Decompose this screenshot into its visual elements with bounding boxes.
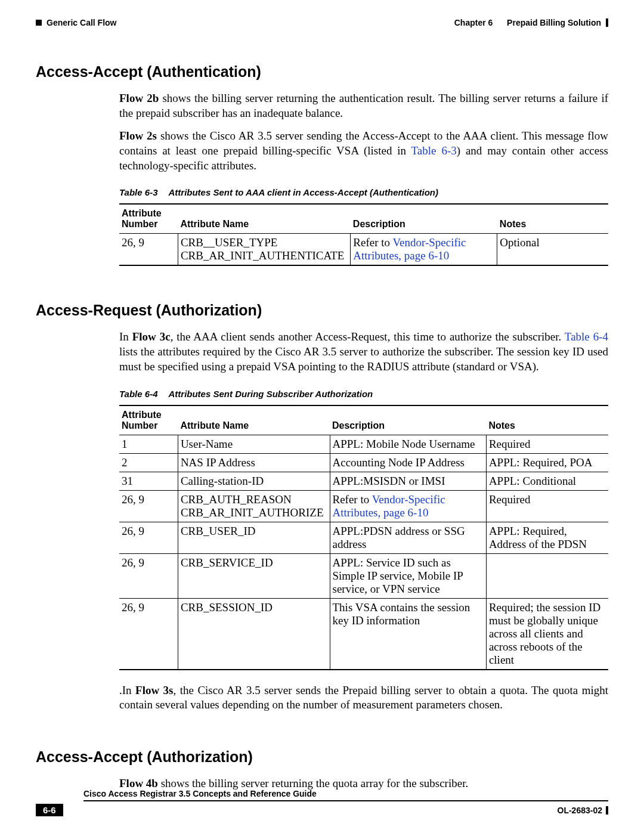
footer-doc-title: Cisco Access Registrar 3.5 Concepts and … (83, 789, 608, 801)
col-header: Description (351, 204, 497, 234)
table-row: 26, 9 CRB_USER_ID APPL:PDSN address or S… (119, 522, 608, 553)
header-section: Generic Call Flow (47, 18, 116, 27)
header-chapter: Chapter 6 (454, 18, 493, 27)
doc-id: OL-2683-02 (558, 806, 602, 815)
flow-label: Flow 2s (119, 129, 157, 142)
paragraph: In Flow 3c, the AAA client sends another… (119, 330, 608, 374)
table-row: 1 User-Name APPL: Mobile Node Username R… (119, 435, 608, 453)
section-heading-access-request-authz: Access-Request (Authorization) (36, 302, 608, 319)
page-header: Generic Call Flow Chapter 6 Prepaid Bill… (36, 18, 608, 27)
table-ref-link[interactable]: Table 6-3 (411, 144, 457, 157)
col-header: Attribute Name (178, 204, 350, 234)
paragraph: .In Flow 3s, the Cisco AR 3.5 server sen… (119, 683, 608, 713)
flow-label: Flow 3c (132, 330, 171, 343)
section-heading-access-accept-authz: Access-Accept (Authorization) (36, 748, 608, 766)
flow-label: Flow 3s (135, 684, 173, 696)
table-row: 2 NAS IP Address Accounting Node IP Addr… (119, 453, 608, 472)
page-number: 6-6 (36, 804, 63, 816)
table-row: 26, 9 CRB_SERVICE_ID APPL: Service ID su… (119, 553, 608, 598)
col-header: AttributeNumber (119, 405, 178, 435)
table-row: 26, 9 CRB__USER_TYPECRB_AR_INIT_AUTHENTI… (119, 234, 608, 266)
table-ref-link[interactable]: Table 6-4 (565, 330, 608, 343)
col-header: Attribute Name (178, 405, 330, 435)
page-footer: Cisco Access Registrar 3.5 Concepts and … (36, 789, 608, 816)
header-mark-icon (36, 20, 42, 26)
table-6-3: AttributeNumber Attribute Name Descripti… (119, 203, 608, 266)
col-header: Notes (486, 405, 608, 435)
table-6-4: AttributeNumber Attribute Name Descripti… (119, 405, 608, 670)
footer-rule-icon (606, 806, 608, 815)
table-caption: Table 6-3Attributes Sent to AAA client i… (119, 187, 608, 197)
col-header: Description (330, 405, 486, 435)
flow-label: Flow 4b (119, 777, 158, 789)
table-caption: Table 6-4Attributes Sent During Subscrib… (119, 389, 608, 399)
table-row: 26, 9 CRB_AUTH_REASONCRB_AR_INIT_AUTHORI… (119, 490, 608, 522)
col-header: Notes (497, 204, 608, 234)
table-row: 26, 9 CRB_SESSION_ID This VSA contains t… (119, 598, 608, 670)
paragraph: Flow 2s shows the Cisco AR 3.5 server se… (119, 129, 608, 173)
section-heading-access-accept-auth: Access-Accept (Authentication) (36, 63, 608, 80)
header-rule-icon (606, 18, 608, 27)
flow-label: Flow 2b (119, 92, 159, 104)
table-row: 31 Calling-station-ID APPL:MSISDN or IMS… (119, 472, 608, 490)
paragraph: Flow 2b shows the billing server returni… (119, 91, 608, 120)
col-header: AttributeNumber (119, 204, 178, 234)
header-title: Prepaid Billing Solution (507, 18, 601, 27)
